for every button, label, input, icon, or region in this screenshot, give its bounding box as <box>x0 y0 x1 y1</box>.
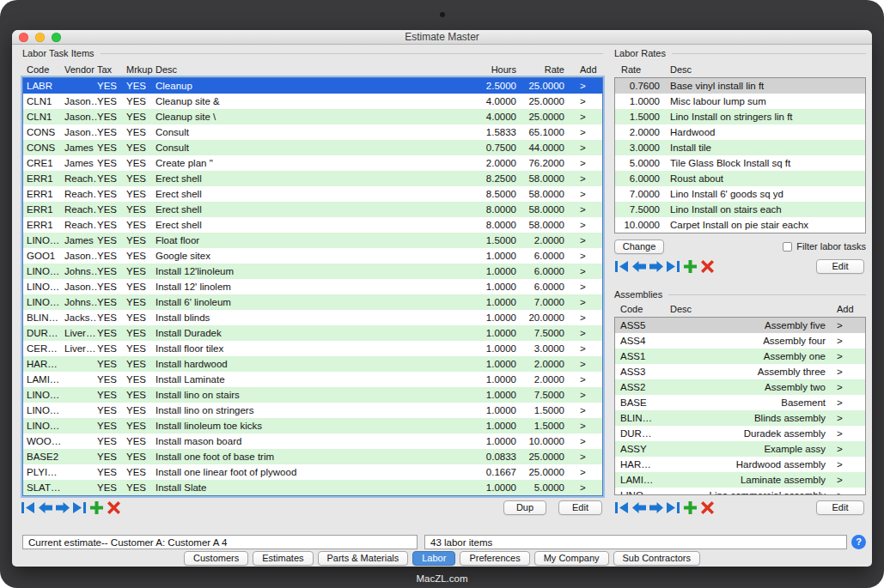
minimize-window-button[interactable] <box>35 33 45 42</box>
assembly-row[interactable]: ASS4 Assembly four > <box>615 333 865 349</box>
add-record-button[interactable] <box>683 501 698 514</box>
add-to-estimate-link[interactable]: > <box>571 202 602 217</box>
labor-rate-row[interactable]: 5.0000 Tile Glass Block Install sq ft <box>615 155 865 171</box>
last-record-button[interactable] <box>666 260 680 273</box>
labor-task-row[interactable]: CLN1 Jason… YES YES Cleanup site & 4.000… <box>23 94 602 109</box>
tab-button[interactable]: Customers <box>184 551 248 566</box>
add-to-estimate-link[interactable]: > <box>571 264 602 279</box>
add-assembly-link[interactable]: > <box>832 472 865 488</box>
labor-rate-row[interactable]: 0.7600 Base vinyl install lin ft <box>615 78 865 94</box>
labor-task-row[interactable]: LINO… Johns… YES YES Install 12'linoleum… <box>23 264 602 279</box>
labor-rate-row[interactable]: 7.5000 Lino Install on stairs each <box>615 202 865 217</box>
add-to-estimate-link[interactable]: > <box>571 418 602 433</box>
filter-labor-tasks-checkbox[interactable] <box>783 242 792 252</box>
labor-task-row[interactable]: LINO… YES YES Install lino on stairs 1.0… <box>23 387 602 403</box>
previous-record-button[interactable] <box>631 260 646 273</box>
labor-task-row[interactable]: HAR… YES YES Install hardwood 1.0000 2.0… <box>23 356 602 372</box>
assembly-row[interactable]: ASS2 Assembly two > <box>615 379 865 395</box>
labor-task-row[interactable]: CLN1 Jason… YES YES Cleanup site \ 4.000… <box>23 109 602 124</box>
last-record-button[interactable] <box>72 501 87 514</box>
tab-button[interactable]: My Company <box>534 551 609 566</box>
tab-button[interactable]: Estimates <box>253 551 313 566</box>
add-assembly-link[interactable]: > <box>832 410 865 426</box>
add-to-estimate-link[interactable]: > <box>571 248 602 264</box>
next-record-button[interactable] <box>649 260 663 273</box>
add-to-estimate-link[interactable]: > <box>571 310 602 325</box>
add-to-estimate-link[interactable]: > <box>571 171 602 186</box>
assembly-row[interactable]: ASS5 Assembly five > <box>615 318 865 333</box>
add-assembly-link[interactable]: > <box>832 426 865 441</box>
add-assembly-link[interactable]: > <box>832 395 865 410</box>
labor-task-row[interactable]: ERR1 Reach… YES YES Erect shell 8.5000 5… <box>23 186 602 202</box>
labor-rate-row[interactable]: 1.5000 Lino Install on stringers lin ft <box>615 109 865 124</box>
assembly-row[interactable]: ASSY Example assy > <box>615 441 865 457</box>
dup-button[interactable]: Dup <box>503 500 546 515</box>
tab-button[interactable]: Labor <box>412 551 455 566</box>
zoom-window-button[interactable] <box>52 33 61 42</box>
labor-task-row[interactable]: DUR… Liver… YES YES Install Duradek 1.00… <box>23 325 602 341</box>
labor-rate-row[interactable]: 3.0000 Install tile <box>615 140 865 155</box>
add-to-estimate-link[interactable]: > <box>571 78 602 94</box>
labor-task-row[interactable]: ERR1 Reach… YES YES Erect shell 8.2500 5… <box>23 171 602 186</box>
labor-task-row[interactable]: GOO1 Jason… YES YES Google sitex 1.0000 … <box>23 248 602 264</box>
add-assembly-link[interactable]: > <box>832 349 865 364</box>
labor-task-row[interactable]: LINO… Jason… YES YES Install 12' linolem… <box>23 279 602 294</box>
labor-rate-row[interactable]: 6.0000 Roust about <box>615 171 865 186</box>
add-to-estimate-link[interactable]: > <box>571 94 602 109</box>
first-record-button[interactable] <box>614 501 629 514</box>
add-to-estimate-link[interactable]: > <box>571 294 602 310</box>
next-record-button[interactable] <box>649 501 663 514</box>
add-to-estimate-link[interactable]: > <box>571 140 602 155</box>
labor-task-row[interactable]: CONS Jason… YES YES Consult 1.5833 65.10… <box>23 124 602 140</box>
add-assembly-link[interactable]: > <box>832 379 865 395</box>
labor-rate-row[interactable]: 1.0000 Misc labour lump sum <box>615 94 865 109</box>
add-assembly-link[interactable]: > <box>832 457 865 472</box>
add-to-estimate-link[interactable]: > <box>571 449 602 464</box>
tab-button[interactable]: Sub Contractors <box>613 551 700 566</box>
add-to-estimate-link[interactable]: > <box>571 109 602 124</box>
labor-task-row[interactable]: LINO… James YES YES Float floor 1.5000 2… <box>23 233 602 248</box>
assembly-row[interactable]: DUR… Duradek assembly > <box>615 426 865 441</box>
add-assembly-link[interactable]: > <box>832 488 865 495</box>
labor-rate-row[interactable]: 10.0000 Carpet Install on pie stair each… <box>615 217 865 233</box>
add-to-estimate-link[interactable]: > <box>571 403 602 418</box>
assembly-row[interactable]: BLIN… Blinds assembly > <box>615 410 865 426</box>
add-to-estimate-link[interactable]: > <box>571 372 602 387</box>
labor-task-row[interactable]: BLIN… Jacks… YES YES Install blinds 1.00… <box>23 310 602 325</box>
add-record-button[interactable] <box>683 260 698 273</box>
add-to-estimate-link[interactable]: > <box>571 464 602 480</box>
add-assembly-link[interactable]: > <box>832 318 865 333</box>
labor-task-row[interactable]: BASE2 YES YES Install one foot of base t… <box>23 449 602 464</box>
add-assembly-link[interactable]: > <box>832 364 865 379</box>
help-button[interactable]: ? <box>851 535 866 549</box>
add-to-estimate-link[interactable]: > <box>571 325 602 341</box>
add-to-estimate-link[interactable]: > <box>571 279 602 294</box>
labor-task-row[interactable]: ERR1 Reach… YES YES Erect shell 8.0000 5… <box>23 217 602 233</box>
add-to-estimate-link[interactable]: > <box>571 341 602 356</box>
add-assembly-link[interactable]: > <box>832 441 865 457</box>
delete-record-button[interactable] <box>107 501 121 514</box>
labor-task-row[interactable]: ERR1 Reach… YES YES Erect shell 8.0000 5… <box>23 202 602 217</box>
add-to-estimate-link[interactable]: > <box>571 356 602 372</box>
labor-task-row[interactable]: CONS James YES YES Consult 0.7500 44.000… <box>23 140 602 155</box>
delete-record-button[interactable] <box>700 260 715 273</box>
labor-task-row[interactable]: CRE1 James YES YES Create plan " 2.0000 … <box>23 155 602 171</box>
add-to-estimate-link[interactable]: > <box>571 217 602 233</box>
assembly-row[interactable]: ASS1 Assembly one > <box>615 349 865 364</box>
tab-button[interactable]: Parts & Materials <box>318 551 409 566</box>
assemblies-edit-button[interactable]: Edit <box>816 500 864 515</box>
labor-rate-row[interactable]: 7.0000 Lino Install 6' goods sq yd <box>615 186 865 202</box>
assembly-row[interactable]: ASS3 Assembly three > <box>615 364 865 379</box>
current-estimate-field[interactable]: Current estimate-- Customer A: Customer … <box>22 535 418 549</box>
window-titlebar[interactable]: Estimate Master <box>12 30 872 45</box>
add-to-estimate-link[interactable]: > <box>571 387 602 403</box>
add-record-button[interactable] <box>89 501 104 514</box>
labor-tasks-edit-button[interactable]: Edit <box>558 500 602 515</box>
next-record-button[interactable] <box>55 501 70 514</box>
add-to-estimate-link[interactable]: > <box>571 233 602 248</box>
labor-items-count-field[interactable]: 43 labor items <box>424 535 847 549</box>
delete-record-button[interactable] <box>700 501 715 514</box>
labor-task-row[interactable]: LINO… Johns… YES YES Install 6' linoleum… <box>23 294 602 310</box>
labor-task-row[interactable]: WOO… YES YES Install mason board 1.0000 … <box>23 433 602 449</box>
change-rate-button[interactable]: Change <box>614 239 664 254</box>
